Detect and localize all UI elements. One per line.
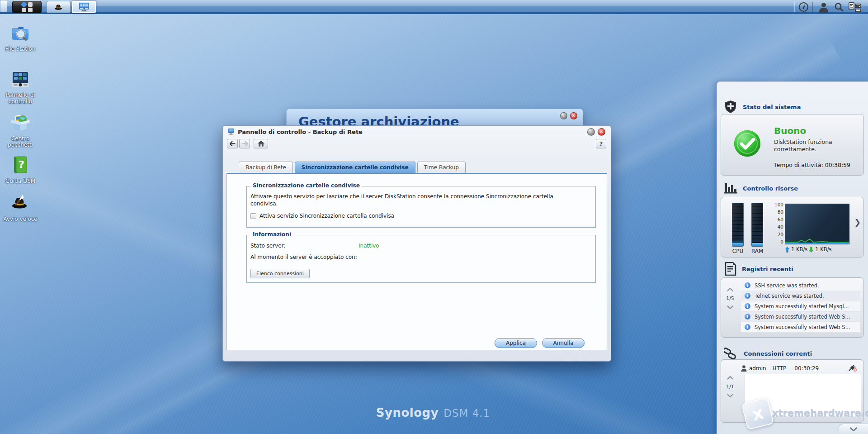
chain-link-icon — [724, 347, 738, 360]
recent-logs-header: Registri recenti — [724, 262, 793, 276]
logs-page-indicator: 1/5 — [726, 296, 734, 301]
connection-list-button[interactable]: Elenco connessioni — [250, 269, 310, 278]
forward-button[interactable] — [239, 139, 250, 148]
arrow-right-icon — [242, 141, 248, 146]
close-icon[interactable]: ✕ — [598, 128, 605, 136]
info-icon: i — [745, 293, 750, 299]
home-button[interactable] — [254, 139, 268, 148]
download-arrow-icon — [809, 247, 814, 253]
resource-monitor-title: Controllo risorse — [743, 185, 798, 192]
taskbar-quick-start-button[interactable] — [47, 1, 71, 13]
system-status-header: Stato del sistema — [724, 100, 801, 114]
desktop: Synology DSM 4.1 File Station — [0, 0, 868, 434]
system-status-message: DiskStation funziona correttamente. — [774, 138, 849, 153]
info-icon: i — [745, 303, 750, 309]
log-row: i Telnet service was started. — [741, 291, 860, 300]
back-button[interactable] — [227, 139, 238, 148]
open-resource-monitor-chevron[interactable]: ❯ — [854, 218, 861, 227]
info-section: Informazioni Stato server: Inattivo Al m… — [246, 235, 596, 283]
taskbar-separator — [812, 2, 813, 12]
dsm-help-icon: ? — [9, 154, 32, 176]
control-panel-window-icon — [79, 2, 90, 12]
search-button[interactable] — [832, 0, 846, 14]
package-center-icon — [9, 111, 32, 134]
page-down-chevron[interactable] — [727, 305, 733, 309]
show-desktop-button[interactable] — [0, 0, 7, 12]
enable-sync-checkbox[interactable] — [250, 213, 256, 219]
page-up-chevron[interactable] — [727, 288, 733, 291]
desktop-icon-label: File Station — [5, 46, 36, 52]
close-icon[interactable]: ✕ — [570, 112, 577, 119]
shield-icon — [724, 100, 737, 114]
log-row: i System successfully started Web S... — [741, 322, 860, 332]
system-status-card: Buono DiskStation funziona correttamente… — [721, 114, 864, 176]
info-icon: i — [799, 2, 808, 12]
help-button[interactable]: ? — [596, 139, 606, 148]
system-sidebar: Stato del sistema Buono DiskStation funz… — [717, 81, 868, 434]
desktop-icon-label: Pannello di controllo — [2, 92, 38, 105]
connections-header: Connessioni correnti — [724, 347, 812, 360]
page-up-chevron[interactable] — [727, 376, 733, 380]
storage-manager-window[interactable]: Gestore archiviazione ✕ — [286, 109, 583, 127]
search-icon — [834, 2, 844, 12]
uptime-text: Tempo di attività: 00:38:59 — [774, 162, 850, 168]
connections-page-indicator: 1/1 — [726, 384, 734, 390]
desktop-icon-label: Centro pacchetti — [2, 135, 38, 148]
sidebar-collapse-tab[interactable] — [839, 424, 868, 434]
sync-section-description: Attivare questo servizio per lasciare ch… — [250, 193, 580, 207]
info-icon: i — [745, 282, 750, 288]
log-row: i System successfully started Mysql... — [741, 301, 860, 311]
taskbar-control-panel-button-active[interactable] — [72, 1, 96, 13]
dsm-branding: Synology DSM 4.1 — [376, 406, 490, 420]
dialog-titlebar[interactable]: Pannello di controllo - Backup di Rete ✕ — [223, 126, 611, 138]
apply-button[interactable]: Applica — [495, 338, 537, 348]
system-status-value: Buono — [774, 125, 855, 136]
cancel-button[interactable]: Annulla — [542, 338, 585, 348]
network-graph-axis: 100 80 60 40 20 0 — [770, 201, 783, 245]
magic-hat-icon — [9, 192, 32, 215]
dialog-title: Pannello di controllo - Backup di Rete — [238, 129, 363, 135]
upload-arrow-icon — [785, 247, 790, 253]
tab-network-backup[interactable]: Backup di Rete — [239, 162, 293, 173]
bar-chart-icon — [724, 182, 737, 194]
desktop-icon-label: Avvio veloce — [3, 216, 37, 222]
desktop-icon-label: Guida DSM — [5, 178, 35, 184]
desktop-icon-file-station[interactable]: File Station — [2, 22, 38, 52]
enable-sync-checkbox-row[interactable]: Attiva servizio Sincronizzazione cartell… — [250, 213, 394, 219]
minimize-button[interactable] — [560, 112, 567, 119]
main-menu-button[interactable] — [12, 1, 42, 13]
ram-meter — [751, 203, 763, 247]
pilot-view-button[interactable] — [846, 0, 863, 14]
desktop-icon-quick-start[interactable]: Avvio veloce — [2, 192, 38, 222]
network-speed-legend: 1 KB/s 1 KB/s — [785, 246, 832, 253]
connections-card: 1/1 admin HTTP 00:30:29 — [721, 359, 864, 423]
synology-logo-text: Synology — [376, 406, 439, 420]
connection-user: admin — [749, 365, 766, 372]
tab-shared-folder-sync[interactable]: Sincronizzazione cartelle condivise — [295, 162, 415, 173]
svg-text:?: ? — [19, 159, 24, 170]
log-row: i SSH service was started. — [741, 281, 860, 290]
minimize-button[interactable] — [587, 128, 595, 136]
download-speed: 1 KB/s — [815, 246, 831, 253]
disconnect-icon[interactable] — [849, 365, 857, 372]
page-down-chevron[interactable] — [727, 394, 733, 397]
connections-title: Connessioni correnti — [744, 350, 812, 357]
cpu-label: CPU — [732, 248, 744, 254]
recent-logs-card: 1/5 i SSH service was started. i Telnet … — [721, 277, 864, 338]
info-icon: i — [745, 324, 750, 330]
taskbar: i — [0, 0, 868, 14]
desktop-icon-control-panel[interactable]: Pannello di controllo — [2, 68, 38, 105]
user-menu-button[interactable] — [816, 0, 832, 14]
desktop-icon-dsm-help[interactable]: ? Guida DSM — [2, 154, 38, 184]
server-status-label: Stato server: — [250, 243, 285, 249]
log-row: i System successfully started Web S... — [741, 312, 860, 321]
info-button[interactable]: i — [797, 0, 809, 14]
desktop-icon-package-center[interactable]: Centro pacchetti — [2, 111, 38, 148]
magic-hat-icon — [53, 2, 64, 12]
cpu-meter — [732, 203, 744, 247]
recent-logs-title: Registri recenti — [742, 266, 793, 272]
connection-time: 00:30:29 — [794, 365, 819, 372]
tab-time-backup[interactable]: Time Backup — [417, 162, 466, 173]
arrow-left-icon — [230, 141, 236, 146]
pilot-view-icon — [849, 2, 861, 12]
